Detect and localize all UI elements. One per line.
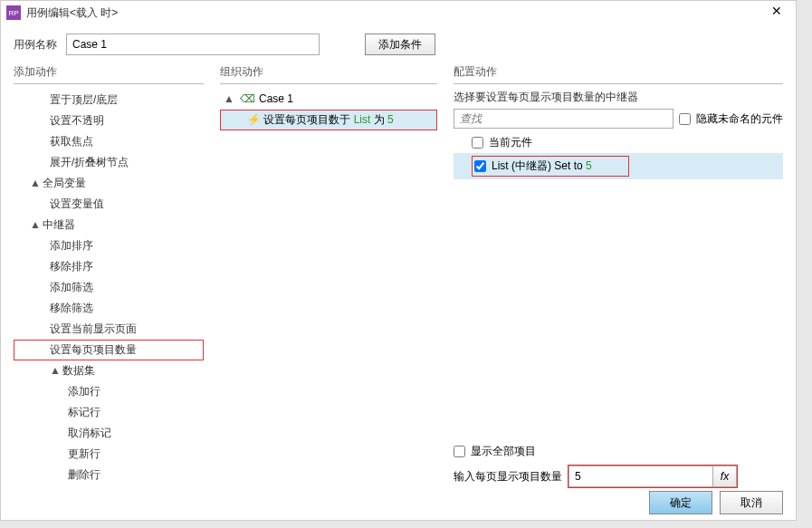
tree-item-label: 展开/折叠树节点 bbox=[50, 156, 129, 168]
list-widget-item[interactable]: List (中继器) Set to 5 bbox=[454, 153, 783, 179]
tree-item[interactable]: 展开/折叠树节点 bbox=[14, 152, 204, 173]
current-widget-item[interactable]: 当前元件 bbox=[454, 132, 783, 153]
tree-item-label: 全局变量 bbox=[43, 177, 86, 189]
configure-action-column: 配置动作 选择要设置每页显示项目数量的中继器 隐藏未命名的元件 当前元件 bbox=[454, 64, 783, 488]
tree-item-label: 添加排序 bbox=[50, 239, 93, 252]
add-action-header: 添加动作 bbox=[14, 64, 204, 84]
action-node[interactable]: ⚡ 设置每页项目数于 List 为 5 bbox=[220, 110, 437, 130]
title-bar: RP 用例编辑<载入 时> ✕ bbox=[1, 1, 796, 24]
dialog-title: 用例编辑<载入 时> bbox=[26, 5, 763, 21]
tree-item-label: 设置当前显示页面 bbox=[50, 322, 137, 335]
tree-item[interactable]: 设置每页项目数量 bbox=[14, 340, 204, 360]
footer: 确定 取消 bbox=[649, 491, 783, 514]
current-widget-label: 当前元件 bbox=[489, 135, 532, 150]
show-all-label: 显示全部项目 bbox=[471, 444, 536, 459]
list-widget-checkbox[interactable] bbox=[474, 160, 486, 172]
tree-item[interactable]: 删除行 bbox=[14, 465, 204, 485]
fx-button[interactable]: fx bbox=[713, 466, 737, 487]
tree-item[interactable]: ▲中继器 bbox=[14, 215, 204, 235]
tree-item[interactable]: ▲数据集 bbox=[14, 360, 204, 381]
add-condition-button[interactable]: 添加条件 bbox=[365, 34, 435, 55]
tree-item-label: 设置不透明 bbox=[50, 114, 104, 127]
header-row: 用例名称 添加条件 bbox=[1, 24, 796, 64]
hide-unnamed-row[interactable]: 隐藏未命名的元件 bbox=[679, 111, 783, 127]
show-all-checkbox[interactable] bbox=[454, 446, 465, 457]
input-count-label: 输入每页显示项目数量 bbox=[454, 469, 562, 485]
case-name-label: 用例名称 bbox=[14, 37, 57, 53]
target-tree[interactable]: 当前元件 List (中继器) Set to 5 bbox=[454, 132, 783, 438]
app-icon: RP bbox=[6, 5, 21, 20]
hide-unnamed-label: 隐藏未命名的元件 bbox=[696, 111, 783, 127]
hide-unnamed-checkbox[interactable] bbox=[679, 113, 691, 125]
tree-item[interactable]: 设置不透明 bbox=[14, 110, 204, 131]
tree-item-label: 更新行 bbox=[68, 447, 100, 460]
tree-item[interactable]: 添加筛选 bbox=[14, 277, 204, 298]
tree-item[interactable]: 添加行 bbox=[14, 381, 204, 402]
tree-item[interactable]: 获取焦点 bbox=[14, 131, 204, 152]
bolt-icon: ⚡ bbox=[247, 113, 261, 126]
case-name-input[interactable] bbox=[66, 34, 320, 55]
tree-item[interactable]: ▲全局变量 bbox=[14, 173, 204, 194]
tree-item-label: 取消标记 bbox=[68, 427, 111, 439]
case-label: Case 1 bbox=[259, 92, 293, 105]
tree-item-label: 获取焦点 bbox=[50, 135, 93, 148]
tree-item-label: 移除筛选 bbox=[50, 302, 93, 314]
ok-button[interactable]: 确定 bbox=[649, 491, 712, 514]
tree-item-label: 设置每页项目数量 bbox=[50, 343, 137, 356]
tree-item[interactable]: 移除排序 bbox=[14, 256, 204, 277]
tree-item[interactable]: 移除筛选 bbox=[14, 298, 204, 319]
tree-item[interactable]: 置于顶层/底层 bbox=[14, 90, 204, 110]
items-per-page-input[interactable] bbox=[568, 466, 713, 487]
configure-action-header: 配置动作 bbox=[454, 64, 783, 84]
tree-item[interactable]: 标记行 bbox=[14, 402, 204, 423]
list-widget-label: List (中继器) Set to 5 bbox=[492, 158, 592, 174]
case-node[interactable]: ▲ ⌫ Case 1 bbox=[220, 90, 437, 108]
tree-item[interactable]: 取消标记 bbox=[14, 423, 204, 444]
chevron-down-icon: ▲ bbox=[224, 92, 233, 105]
organize-action-column: 组织动作 ▲ ⌫ Case 1 ⚡ 设置每页项目数于 List 为 5 bbox=[220, 64, 437, 488]
organize-action-header: 组织动作 bbox=[220, 64, 437, 84]
tree-item[interactable]: 设置变量值 bbox=[14, 194, 204, 215]
tree-item-label: 数据集 bbox=[62, 364, 95, 377]
cancel-button[interactable]: 取消 bbox=[720, 491, 783, 514]
tree-item[interactable]: 更新行 bbox=[14, 444, 204, 465]
chevron-icon: ▲ bbox=[50, 364, 59, 377]
tree-item-label: 添加行 bbox=[68, 385, 100, 398]
tree-item-label: 设置变量值 bbox=[50, 197, 104, 210]
search-input[interactable] bbox=[454, 109, 673, 129]
tree-item-label: 置于顶层/底层 bbox=[50, 93, 118, 106]
folder-icon: ⌫ bbox=[240, 92, 255, 105]
action-tree[interactable]: 置于顶层/底层设置不透明获取焦点展开/折叠树节点▲全局变量设置变量值▲中继器添加… bbox=[14, 90, 204, 488]
tree-item[interactable]: 设置当前显示页面 bbox=[14, 319, 204, 340]
chevron-icon: ▲ bbox=[30, 218, 39, 231]
configure-desc: 选择要设置每页显示项目数量的中继器 bbox=[454, 90, 783, 105]
tree-item[interactable]: 添加排序 bbox=[14, 235, 204, 256]
tree-item[interactable]: ▲其他 bbox=[14, 485, 204, 488]
action-text: 设置每页项目数于 List 为 5 bbox=[263, 113, 393, 126]
input-count-wrap: fx bbox=[568, 465, 738, 488]
add-action-column: 添加动作 置于顶层/底层设置不透明获取焦点展开/折叠树节点▲全局变量设置变量值▲… bbox=[14, 64, 204, 488]
tree-item-label: 移除排序 bbox=[50, 260, 93, 273]
show-all-row[interactable]: 显示全部项目 bbox=[454, 444, 783, 459]
dialog: RP 用例编辑<载入 时> ✕ 用例名称 添加条件 添加动作 置于顶层/底层设置… bbox=[0, 0, 797, 521]
close-icon[interactable]: ✕ bbox=[763, 4, 790, 22]
tree-item-label: 标记行 bbox=[68, 406, 100, 418]
current-widget-checkbox[interactable] bbox=[472, 137, 483, 149]
tree-item-label: 添加筛选 bbox=[50, 281, 93, 293]
organize-tree[interactable]: ▲ ⌫ Case 1 ⚡ 设置每页项目数于 List 为 5 bbox=[220, 90, 437, 488]
tree-item-label: 删除行 bbox=[68, 468, 100, 481]
chevron-icon: ▲ bbox=[30, 177, 39, 189]
tree-item-label: 中继器 bbox=[43, 218, 75, 231]
